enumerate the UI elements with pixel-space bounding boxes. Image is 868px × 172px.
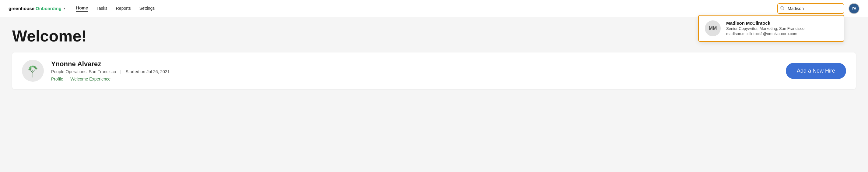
welcome-experience-link[interactable]: Welcome Experience bbox=[70, 77, 111, 81]
profile-start-date: Started on Jul 26, 2021 bbox=[126, 69, 170, 74]
result-email: madison.mcclintock1@omniva-corp.com bbox=[726, 31, 804, 36]
nav-tasks[interactable]: Tasks bbox=[96, 6, 107, 11]
svg-line-5 bbox=[31, 68, 33, 71]
nav-home[interactable]: Home bbox=[76, 5, 88, 11]
nav-right: MM Madison McClintock Senior Copywriter,… bbox=[777, 3, 860, 14]
meta-divider: | bbox=[120, 69, 121, 74]
navbar: greenhouse Onboarding ▾ Home Tasks Repor… bbox=[0, 0, 868, 17]
search-wrapper: MM Madison McClintock Senior Copywriter,… bbox=[777, 3, 844, 14]
nav-links: Home Tasks Reports Settings bbox=[76, 5, 777, 11]
nav-settings[interactable]: Settings bbox=[140, 6, 155, 11]
logo-onboarding: Onboarding bbox=[36, 6, 61, 11]
user-avatar[interactable]: YA bbox=[848, 3, 860, 14]
search-result-item[interactable]: MM Madison McClintock Senior Copywriter,… bbox=[699, 16, 844, 41]
result-name: Madison McClintock bbox=[726, 20, 804, 26]
profile-meta: People Operations, San Francisco | Start… bbox=[51, 69, 778, 74]
svg-line-3 bbox=[30, 70, 33, 73]
result-title: Senior Copywriter, Marketing, San Franci… bbox=[726, 26, 804, 31]
search-input[interactable] bbox=[777, 3, 844, 14]
logo[interactable]: greenhouse Onboarding ▾ bbox=[8, 6, 65, 11]
logo-greenhouse: greenhouse bbox=[8, 6, 34, 11]
profile-card: Ynonne Alvarez People Operations, San Fr… bbox=[12, 52, 856, 89]
profile-image bbox=[22, 60, 44, 82]
profile-name: Ynonne Alvarez bbox=[51, 60, 778, 68]
plant-svg bbox=[25, 63, 41, 79]
svg-line-4 bbox=[33, 69, 35, 72]
add-new-hire-button[interactable]: Add a New Hire bbox=[786, 63, 846, 79]
result-avatar: MM bbox=[705, 20, 721, 36]
profile-links: Profile | Welcome Experience bbox=[51, 77, 778, 81]
search-dropdown: MM Madison McClintock Senior Copywriter,… bbox=[698, 15, 844, 42]
result-info: Madison McClintock Senior Copywriter, Ma… bbox=[726, 20, 804, 36]
logo-chevron: ▾ bbox=[64, 7, 65, 10]
profile-details: Ynonne Alvarez People Operations, San Fr… bbox=[51, 60, 778, 81]
nav-reports[interactable]: Reports bbox=[116, 6, 131, 11]
link-divider: | bbox=[66, 77, 68, 81]
profile-link[interactable]: Profile bbox=[51, 77, 63, 81]
profile-department: People Operations, San Francisco bbox=[51, 69, 116, 74]
